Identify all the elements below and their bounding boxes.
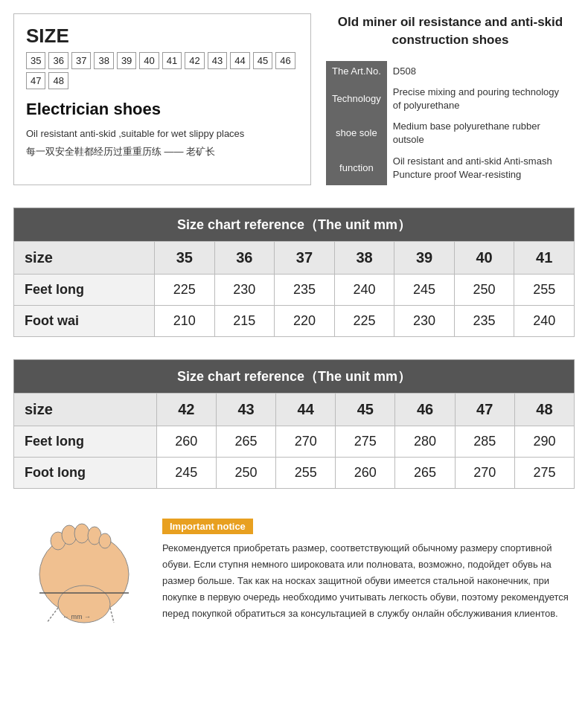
size-chart-table-2: Size chart reference（The unit mm） size42…: [13, 359, 575, 489]
notice-content: Important notice Рекомендуется приобрета…: [162, 519, 575, 622]
function-label: function: [326, 151, 387, 185]
size-box: 40: [139, 52, 159, 69]
chart-1-header: Size chart reference（The unit mm）: [14, 208, 575, 241]
technology-value: Precise mixing and pouring technology of…: [387, 82, 575, 116]
size-box: 42: [185, 52, 204, 69]
chart-cell: 48: [514, 393, 574, 426]
chart-cell: 43: [216, 393, 275, 426]
chart-cell: 44: [276, 393, 336, 426]
product-title: Old miner oil resistance and anti-skid c…: [326, 13, 575, 49]
size-box: 46: [275, 52, 295, 69]
right-panel: Old miner oil resistance and anti-skid c…: [326, 13, 575, 185]
left-panel: SIZE 3536373839404142434445464748 Electr…: [13, 13, 311, 185]
chart-row: Feet long225230235240245250255: [14, 274, 575, 305]
chart-cell: 255: [514, 274, 575, 305]
function-value: Oil resistant and anti-skid Anti-smash P…: [387, 151, 575, 185]
size-box: 47: [26, 72, 45, 89]
size-box: 45: [253, 52, 272, 69]
spec-row-function: function Oil resistant and anti-skid Ant…: [326, 151, 575, 185]
shoe-sole-value: Medium base polyurethane rubber outsole: [387, 116, 575, 150]
chart-cell: 37: [275, 241, 335, 274]
svg-text:← mm →: ← mm →: [63, 613, 91, 620]
chart-cell: 260: [336, 457, 395, 488]
chart-2-header: Size chart reference（The unit mm）: [14, 359, 575, 393]
chart-cell: 38: [334, 241, 394, 274]
chart-cell: 39: [394, 241, 455, 274]
chart-cell: 240: [514, 305, 575, 336]
chart-row: Feet long260265270275280285290: [14, 426, 575, 457]
description-cn: 每一双安全鞋都经历过重重历练 —— 老矿长: [26, 144, 298, 160]
top-section: SIZE 3536373839404142434445464748 Electr…: [0, 0, 588, 199]
size-box: 36: [48, 52, 68, 69]
size-heading: SIZE: [26, 25, 298, 48]
chart-cell: 255: [276, 457, 336, 488]
important-badge: Important notice: [162, 519, 253, 534]
chart-cell: 220: [275, 305, 335, 336]
chart-cell: Foot long: [14, 457, 157, 488]
chart-cell: 45: [336, 393, 395, 426]
chart-cell: 245: [394, 274, 455, 305]
svg-point-3: [74, 524, 89, 543]
chart-cell: 285: [455, 426, 514, 457]
spec-row-technology: Technology Precise mixing and pouring te…: [326, 82, 575, 116]
chart-row: Foot long245250255260265270275: [14, 457, 575, 488]
chart-cell: 41: [514, 241, 575, 274]
chart-cell: Foot wai: [14, 305, 155, 336]
chart-cell: size: [14, 241, 155, 274]
notice-text: Рекомендуется приобретать размер, соотве…: [162, 540, 575, 622]
chart-cell: 235: [275, 274, 335, 305]
chart-cell: 240: [334, 274, 394, 305]
chart-cell: 260: [156, 426, 216, 457]
chart-1-title: Size chart reference（The unit mm）: [14, 208, 575, 241]
chart-row: Foot wai210215220225230235240: [14, 305, 575, 336]
notice-section: ← mm → Important notice Рекомендуется пр…: [0, 511, 588, 644]
chart-cell: 250: [216, 457, 275, 488]
size-numbers-row: 3536373839404142434445464748: [26, 52, 298, 89]
chart-cell: 265: [395, 457, 455, 488]
chart-cell: 230: [394, 305, 455, 336]
shoe-sole-label: shoe sole: [326, 116, 387, 150]
chart-cell: 250: [454, 274, 514, 305]
foot-image: ← mm →: [13, 519, 147, 626]
size-box: 41: [162, 52, 182, 69]
size-box: 35: [26, 52, 45, 69]
chart-cell: 46: [395, 393, 455, 426]
chart-cell: 275: [514, 457, 574, 488]
artno-value: D508: [387, 61, 575, 82]
size-box: 39: [117, 52, 136, 69]
description-en: Oil resistant anti-skid ,suitable for we…: [26, 126, 298, 141]
artno-label: The Art.No.: [326, 61, 387, 82]
chart-2-title: Size chart reference（The unit mm）: [14, 359, 575, 393]
svg-point-5: [99, 533, 111, 548]
shoe-type: Electrician shoes: [26, 100, 298, 119]
chart-cell: 275: [336, 426, 395, 457]
chart-cell: Feet long: [14, 274, 155, 305]
size-box: 44: [230, 52, 249, 69]
chart-cell: 270: [276, 426, 336, 457]
chart-cell: 35: [155, 241, 215, 274]
chart-cell: 235: [454, 305, 514, 336]
chart-cell: 36: [214, 241, 275, 274]
svg-line-8: [110, 608, 114, 623]
chart-row: size42434445464748: [14, 393, 575, 426]
chart-row: size35363738394041: [14, 241, 575, 274]
chart-cell: 215: [214, 305, 275, 336]
specs-table: The Art.No. D508 Technology Precise mixi…: [326, 61, 575, 185]
chart-cell: 210: [155, 305, 215, 336]
foot-diagram: ← mm →: [17, 519, 144, 626]
technology-label: Technology: [326, 82, 387, 116]
size-chart-section-2: Size chart reference（The unit mm） size42…: [0, 359, 588, 511]
chart-cell: 225: [155, 274, 215, 305]
chart-cell: 290: [514, 426, 574, 457]
size-box: 48: [48, 72, 68, 89]
svg-line-7: [47, 608, 58, 623]
size-box: 43: [208, 52, 227, 69]
size-chart-section-1: Size chart reference（The unit mm） size35…: [0, 199, 588, 359]
chart-cell: 270: [455, 457, 514, 488]
chart-cell: Feet long: [14, 426, 157, 457]
chart-cell: 230: [214, 274, 275, 305]
chart-cell: size: [14, 393, 157, 426]
size-chart-table-1: Size chart reference（The unit mm） size35…: [13, 208, 575, 337]
chart-cell: 40: [454, 241, 514, 274]
chart-cell: 225: [334, 305, 394, 336]
